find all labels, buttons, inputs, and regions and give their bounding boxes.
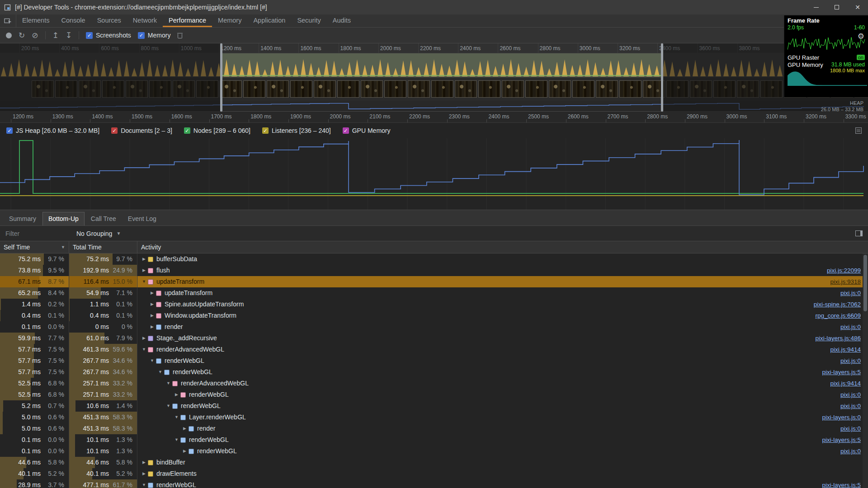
counter-toggle-nodes[interactable]: ✓Nodes [289 – 6 060] (184, 127, 250, 134)
selection-handle-left[interactable] (220, 43, 222, 112)
table-row[interactable]: 40.1 ms5.2 %40.1 ms5.2 %▶drawElements (0, 468, 868, 479)
screenshot-thumbnail[interactable] (243, 80, 265, 98)
scrollbar-thumb[interactable] (863, 255, 867, 311)
collapse-arrow-icon[interactable]: ▼ (140, 344, 148, 355)
column-header-self-time[interactable]: Self Time ▼ (0, 241, 69, 253)
table-row[interactable]: 0.1 ms0.0 %10.1 ms1.3 %▼renderWebGLpixi-… (0, 434, 868, 446)
source-link[interactable]: pixi.js:9318 (830, 276, 861, 287)
detail-tab-summary[interactable]: Summary (4, 212, 42, 225)
table-row[interactable]: 5.0 ms0.6 %451.3 ms58.3 %▼Layer.renderWe… (0, 412, 868, 423)
table-row[interactable]: 52.5 ms6.8 %257.1 ms33.2 %▶renderWebGLpi… (0, 389, 868, 400)
source-link[interactable]: pixi.js:0 (840, 423, 861, 434)
inspect-element-icon[interactable] (0, 14, 16, 27)
screenshot-thumbnail[interactable] (314, 80, 336, 98)
column-header-total-time[interactable]: Total Time (69, 241, 137, 253)
table-row[interactable]: 44.6 ms5.8 %44.6 ms5.8 %▶bindBuffer (0, 457, 868, 468)
expand-arrow-icon[interactable]: ▶ (181, 446, 189, 457)
expand-arrow-icon[interactable]: ▶ (148, 310, 156, 321)
screenshot-thumbnail[interactable] (267, 80, 289, 98)
source-link[interactable]: pixi.js:0 (840, 321, 861, 333)
table-scrollbar[interactable] (863, 253, 868, 488)
collapse-arrow-icon[interactable]: ▼ (148, 355, 156, 366)
table-row[interactable]: 59.9 ms7.7 %61.0 ms7.9 %▶Stage._addRecur… (0, 333, 868, 344)
expand-arrow-icon[interactable]: ▶ (140, 457, 148, 468)
screenshot-thumbnail[interactable] (290, 80, 312, 98)
tab-elements[interactable]: Elements (16, 14, 55, 27)
counter-toggle-documents[interactable]: ✓Documents [2 – 3] (111, 127, 172, 134)
counter-toggle-listeners[interactable]: ✓Listeners [236 – 240] (262, 127, 331, 134)
expand-arrow-icon[interactable]: ▶ (148, 321, 156, 333)
screenshot-thumbnail[interactable] (220, 80, 242, 98)
table-row[interactable]: 0.1 ms0.0 %10.1 ms1.3 %▶renderWebGLpixi.… (0, 446, 868, 457)
screenshot-thumbnail[interactable] (384, 80, 406, 98)
maximize-button[interactable] (826, 0, 847, 14)
sidebar-toggle-icon[interactable] (855, 230, 863, 236)
detail-tab-call-tree[interactable]: Call Tree (85, 212, 122, 225)
collapse-arrow-icon[interactable]: ▼ (140, 276, 148, 287)
counters-grip-icon[interactable] (855, 127, 862, 134)
table-row[interactable]: 28.9 ms3.7 %477.1 ms61.7 %▼renderWebGLpi… (0, 479, 868, 488)
screenshot-thumbnail[interactable] (502, 80, 524, 98)
source-link[interactable]: pixi-spine.js:7062 (814, 299, 861, 310)
screenshot-thumbnail[interactable] (337, 80, 359, 98)
collapse-arrow-icon[interactable]: ▼ (140, 479, 148, 488)
memory-checkbox[interactable]: ✓ Memory (138, 32, 171, 39)
counter-toggle-gpu[interactable]: ✓GPU Memory (343, 127, 391, 134)
detail-tab-event-log[interactable]: Event Log (123, 212, 162, 225)
table-row[interactable]: 57.7 ms7.5 %461.3 ms59.6 %▼renderAdvance… (0, 344, 868, 355)
screenshot-thumbnail[interactable] (596, 80, 618, 98)
screenshot-thumbnail[interactable] (408, 80, 430, 98)
expand-arrow-icon[interactable]: ▶ (140, 265, 148, 276)
collapse-arrow-icon[interactable]: ▼ (156, 366, 164, 378)
counter-toggle-js[interactable]: ✓JS Heap [26.0 MB – 32.0 MB] (6, 127, 99, 134)
screenshot-thumbnail[interactable] (572, 80, 594, 98)
source-link[interactable]: pixi.js:9414 (830, 378, 861, 389)
screenshot-thumbnail[interactable] (619, 80, 642, 98)
clear-icon[interactable]: ⊘ (32, 32, 38, 39)
screenshot-thumbnail[interactable] (549, 80, 571, 98)
source-link[interactable]: pixi-layers.js:0 (822, 412, 861, 423)
table-row[interactable]: 1.4 ms0.2 %1.1 ms0.1 %▶Spine.autoUpdateT… (0, 299, 868, 310)
table-row[interactable]: 65.2 ms8.4 %54.9 ms7.1 %▶updateTransform… (0, 287, 868, 299)
trash-icon[interactable] (177, 32, 183, 39)
tab-sources[interactable]: Sources (91, 14, 127, 27)
expand-arrow-icon[interactable]: ▶ (140, 333, 148, 344)
tab-network[interactable]: Network (127, 14, 163, 27)
expand-arrow-icon[interactable]: ▶ (140, 468, 148, 479)
source-link[interactable]: pixi.js:0 (840, 400, 861, 412)
screenshot-thumbnail[interactable] (525, 80, 547, 98)
source-link[interactable]: pixi.js:22099 (827, 265, 861, 276)
table-row[interactable]: 73.8 ms9.5 %192.9 ms24.9 %▶flushpixi.js:… (0, 265, 868, 276)
source-link[interactable]: pixi.js:0 (840, 389, 861, 400)
grouping-select[interactable]: No Grouping ▼ (76, 230, 121, 237)
expand-arrow-icon[interactable]: ▶ (148, 299, 156, 310)
table-row[interactable]: 0.1 ms0.0 %0 ms0 %▶renderpixi.js:0 (0, 321, 868, 333)
expand-arrow-icon[interactable]: ▶ (173, 389, 180, 400)
source-link[interactable]: pixi.js:0 (840, 287, 861, 299)
source-link[interactable]: pixi-layers.js:5 (822, 366, 861, 378)
collapse-arrow-icon[interactable]: ▼ (165, 378, 172, 389)
source-link[interactable]: pixi-layers.js:5 (822, 434, 861, 446)
screenshot-thumbnail[interactable] (431, 80, 453, 98)
screenshots-checkbox[interactable]: ✓ Screenshots (86, 32, 131, 39)
close-button[interactable]: ✕ (847, 0, 868, 14)
expand-arrow-icon[interactable]: ▶ (148, 287, 156, 299)
screenshot-thumbnail[interactable] (478, 80, 500, 98)
source-link[interactable]: pixi.js:0 (840, 355, 861, 366)
source-link[interactable]: pixi.js:9414 (830, 344, 861, 355)
timeline-overview[interactable]: 200 ms400 ms600 ms800 ms1000 ms1200 ms14… (0, 43, 868, 112)
reload-icon[interactable]: ↻ (19, 32, 25, 39)
table-row[interactable]: 57.7 ms7.5 %267.7 ms34.6 %▼renderWebGLpi… (0, 355, 868, 366)
capture-settings-gear-icon[interactable]: ⚙ (858, 32, 864, 41)
tab-memory[interactable]: Memory (212, 14, 247, 27)
selection-handle-right[interactable] (661, 43, 663, 112)
column-header-activity[interactable]: Activity (137, 241, 868, 253)
tab-security[interactable]: Security (291, 14, 326, 27)
record-icon[interactable] (6, 33, 12, 38)
table-row[interactable]: 5.2 ms0.7 %10.6 ms1.4 %▼renderWebGLpixi.… (0, 400, 868, 412)
tab-console[interactable]: Console (55, 14, 91, 27)
source-link[interactable]: pixi.js:0 (840, 446, 861, 457)
collapse-arrow-icon[interactable]: ▼ (165, 400, 172, 412)
table-row[interactable]: 67.1 ms8.7 %116.4 ms15.0 %▼updateTransfo… (0, 276, 868, 287)
expand-arrow-icon[interactable]: ▶ (181, 423, 189, 434)
